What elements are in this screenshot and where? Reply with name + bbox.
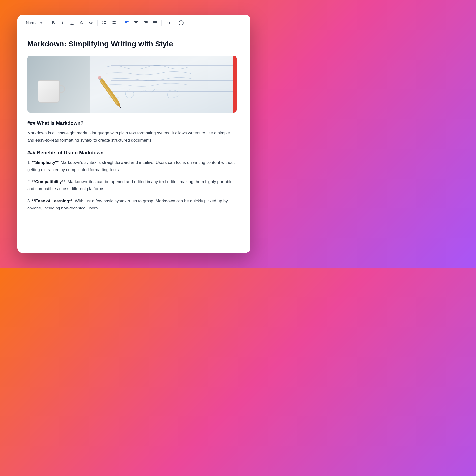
style-label: Normal [26,21,39,25]
svg-rect-3 [104,23,106,24]
section-heading-1: ### What is Markdown? [27,120,237,126]
article-image [27,56,237,113]
code-button[interactable]: <> [87,19,95,27]
svg-rect-10 [125,24,129,24]
article-title: Markdown: Simplifying Writing with Style [27,39,237,49]
bookmark-image [233,56,237,113]
list-item-3: 3. **Ease of Learning**: With just a few… [27,198,237,212]
svg-point-5 [112,23,113,24]
insert-button[interactable] [177,19,185,27]
svg-text:1.: 1. [102,21,103,23]
strikethrough-button[interactable]: S̶ [78,19,86,27]
clear-format-button[interactable]: T [164,19,172,27]
divider-2 [97,20,98,26]
unordered-list-button[interactable] [110,19,118,27]
italic-button[interactable]: I [59,19,67,27]
toolbar: Normal B I U S̶ <> 1. 2. [17,15,250,31]
divider-1 [47,20,47,26]
chevron-down-icon [40,22,43,24]
section-heading-2: ### Benefits of Using Markdown: [27,150,237,156]
svg-rect-31 [100,80,118,104]
svg-rect-13 [134,24,138,24]
svg-rect-7 [113,23,116,24]
svg-rect-16 [144,24,148,24]
cup-image [38,80,60,108]
align-center-button[interactable] [132,19,140,27]
content-body: Markdown: Simplifying Writing with Style [27,39,240,243]
svg-rect-12 [135,22,137,23]
svg-rect-11 [134,21,138,22]
divider-4 [161,20,162,26]
svg-rect-9 [125,22,127,23]
editor-container: Normal B I U S̶ <> 1. 2. [17,15,250,253]
list-item-2: 2. **Compatibility**: Markdown files can… [27,178,237,193]
svg-rect-18 [153,22,157,23]
svg-rect-14 [144,21,148,22]
underline-button[interactable]: U [68,19,76,27]
list-item-1: 1. **Simplicity**: Markdown's syntax is … [27,159,237,174]
style-select[interactable]: Normal [24,20,44,26]
divider-3 [120,20,120,26]
bold-button[interactable]: B [49,19,57,27]
align-left-button[interactable] [123,19,131,27]
svg-rect-6 [113,21,116,22]
svg-rect-17 [153,21,157,22]
svg-point-4 [112,21,113,22]
svg-rect-19 [153,24,157,24]
align-justify-button[interactable] [151,19,159,27]
align-right-button[interactable] [142,19,149,27]
svg-rect-8 [125,21,129,22]
divider-5 [175,20,175,26]
svg-text:2.: 2. [102,23,103,24]
content-area: Markdown: Simplifying Writing with Style [17,31,250,253]
svg-text:T: T [166,21,168,25]
paragraph-1: Markdown is a lightweight markup languag… [27,130,237,144]
svg-rect-2 [104,21,106,22]
svg-rect-15 [145,22,148,23]
ordered-list-button[interactable]: 1. 2. [100,19,108,27]
